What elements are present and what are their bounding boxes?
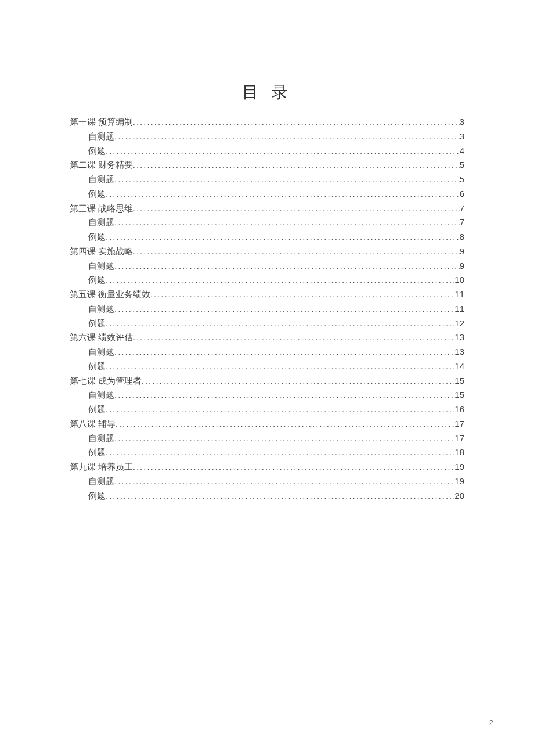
toc-entry: 例题4	[70, 144, 464, 159]
toc-entry: 自测题7	[70, 215, 464, 230]
toc-entry-label: 第七课 成为管理者	[70, 374, 142, 388]
toc-entry-page: 15	[454, 388, 464, 402]
toc-entry-page: 13	[454, 345, 464, 359]
toc-entry-page: 3	[460, 129, 464, 144]
toc-entry: 第七课 成为管理者15	[70, 374, 464, 388]
toc-dots	[106, 402, 454, 417]
toc-entry: 例题18	[70, 445, 464, 460]
toc-entry-label: 自测题	[70, 474, 114, 489]
toc-entry-page: 11	[454, 287, 464, 302]
toc-entry: 自测题17	[70, 431, 464, 446]
toc-title: 目 录	[70, 81, 464, 103]
toc-entry-label: 自测题	[70, 345, 114, 359]
toc-entry-label: 自测题	[70, 215, 114, 230]
toc-dots	[106, 187, 460, 201]
toc-entry-page: 7	[460, 215, 464, 230]
toc-entry-label: 自测题	[70, 302, 114, 316]
toc-entry-label: 第一课 预算编制	[70, 115, 133, 129]
toc-dots	[106, 316, 454, 331]
toc-entry: 第四课 实施战略9	[70, 244, 464, 259]
toc-dots	[114, 259, 460, 273]
toc-dots	[142, 374, 455, 388]
toc-entry-label: 例题	[70, 445, 106, 460]
toc-entry: 第五课 衡量业务绩效11	[70, 287, 464, 302]
toc-entry-label: 例题	[70, 402, 106, 417]
toc-dots	[114, 474, 454, 489]
toc-dots	[106, 359, 454, 374]
toc-entry: 第九课 培养员工19	[70, 460, 464, 474]
toc-entry-label: 第六课 绩效评估	[70, 330, 133, 345]
toc-entry-label: 自测题	[70, 172, 114, 187]
toc-entry-label: 例题	[70, 144, 106, 159]
toc-dots	[114, 302, 454, 316]
toc-entry-label: 自测题	[70, 388, 114, 402]
toc-entry-page: 17	[454, 431, 464, 446]
toc-entry-page: 9	[460, 259, 464, 273]
toc-entry: 例题16	[70, 402, 464, 417]
toc-entry-label: 例题	[70, 316, 106, 331]
toc-entry-label: 第九课 培养员工	[70, 460, 133, 474]
toc-dots	[106, 230, 460, 244]
toc-entry-label: 例题	[70, 273, 106, 287]
toc-dots	[116, 417, 455, 431]
toc-entry-page: 19	[454, 474, 464, 489]
toc-entry-page: 7	[460, 201, 464, 216]
toc-entry: 例题8	[70, 230, 464, 244]
toc-entry-label: 例题	[70, 359, 106, 374]
toc-dots	[114, 388, 454, 402]
toc-entry: 第一课 预算编制3	[70, 115, 464, 129]
toc-entry-page: 18	[454, 445, 464, 460]
toc-entry-page: 14	[454, 359, 464, 374]
toc-entry: 自测题11	[70, 302, 464, 316]
toc-dots	[114, 431, 454, 446]
toc-entry: 例题14	[70, 359, 464, 374]
toc-entry-page: 8	[460, 230, 464, 244]
toc-dots	[106, 273, 454, 287]
toc-entry-label: 第八课 辅导	[70, 417, 116, 431]
page-number: 2	[489, 718, 493, 727]
toc-entry: 例题20	[70, 489, 464, 503]
toc-dots	[114, 345, 454, 359]
toc-entry-page: 19	[454, 460, 464, 474]
toc-entry: 第三课 战略思维7	[70, 201, 464, 216]
toc-entry: 第八课 辅导17	[70, 417, 464, 431]
toc-dots	[106, 445, 454, 460]
toc-entry-page: 10	[454, 273, 464, 287]
toc-entry: 自测题19	[70, 474, 464, 489]
toc-entry: 例题10	[70, 273, 464, 287]
toc-entry-label: 第三课 战略思维	[70, 201, 133, 216]
toc-dots	[114, 215, 460, 230]
toc-entry-label: 自测题	[70, 129, 114, 144]
toc-dots	[106, 144, 460, 159]
toc-dots	[133, 330, 455, 345]
toc-entry-label: 第五课 衡量业务绩效	[70, 287, 150, 302]
toc-entry: 自测题15	[70, 388, 464, 402]
toc-list: 第一课 预算编制3自测题3例题4第二课 财务精要5自测题5例题6第三课 战略思维…	[70, 115, 464, 503]
toc-entry-label: 例题	[70, 187, 106, 201]
document-page: 目 录 第一课 预算编制3自测题3例题4第二课 财务精要5自测题5例题6第三课 …	[0, 0, 534, 538]
toc-entry-page: 5	[460, 172, 464, 187]
toc-entry-page: 12	[454, 316, 464, 331]
toc-entry-label: 例题	[70, 230, 106, 244]
toc-dots	[150, 287, 455, 302]
toc-dots	[133, 201, 460, 216]
toc-entry: 例题12	[70, 316, 464, 331]
toc-entry-label: 第四课 实施战略	[70, 244, 133, 259]
toc-dots	[133, 244, 460, 259]
toc-dots	[114, 129, 460, 144]
toc-entry-page: 11	[454, 302, 464, 316]
toc-dots	[133, 158, 460, 172]
toc-entry-page: 16	[454, 402, 464, 417]
toc-dots	[114, 172, 460, 187]
toc-entry-label: 自测题	[70, 431, 114, 446]
toc-entry: 例题6	[70, 187, 464, 201]
toc-entry: 自测题13	[70, 345, 464, 359]
toc-entry: 自测题3	[70, 129, 464, 144]
toc-entry-page: 13	[454, 330, 464, 345]
toc-entry-label: 第二课 财务精要	[70, 158, 133, 172]
toc-entry: 自测题9	[70, 259, 464, 273]
toc-entry-page: 5	[460, 158, 464, 172]
toc-entry: 第二课 财务精要5	[70, 158, 464, 172]
toc-entry-page: 4	[460, 144, 464, 159]
toc-entry-label: 自测题	[70, 259, 114, 273]
